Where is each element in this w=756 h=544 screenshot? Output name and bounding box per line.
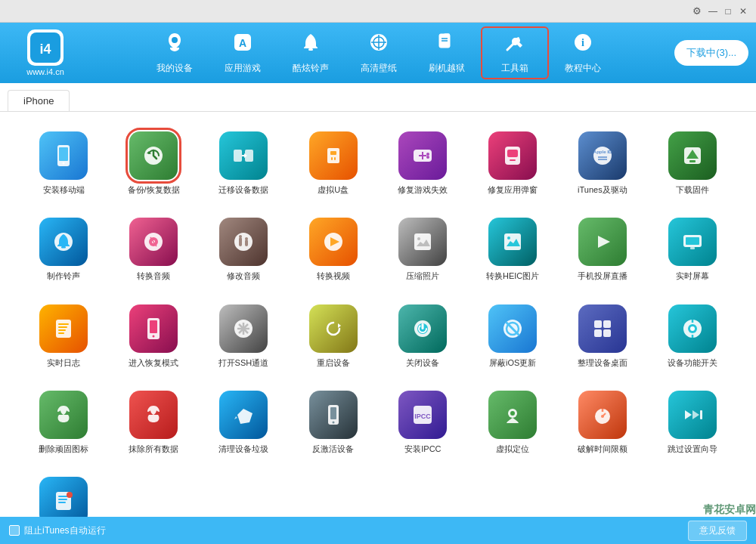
tool-item-modify-audio[interactable]: 修改音频 [203, 213, 285, 286]
watermark: 青花安卓网 [703, 502, 756, 517]
tool-item-compress-photo[interactable]: 压缩照片 [382, 213, 464, 286]
tool-item-convert-heic[interactable]: 转换HEIC图片 [472, 213, 554, 286]
convert-audio-label: 转换音频 [137, 270, 170, 281]
ringtone-label: 酷炫铃声 [293, 62, 329, 75]
svg-marker-105 [692, 410, 699, 419]
tool-item-recovery-mode[interactable]: 进入恢复模式 [113, 300, 195, 372]
logo-url: www.i4.cn [26, 67, 64, 76]
tool-item-erase-all[interactable]: 抹除所有数据 [113, 386, 195, 459]
svg-text:IPCC: IPCC [415, 413, 432, 420]
block-update-icon [488, 304, 537, 353]
svg-rect-106 [700, 410, 702, 419]
tool-item-itunes-driver[interactable]: Apple IDiTunes及驱动 [562, 127, 644, 199]
maximize-button[interactable]: □ [721, 5, 735, 18]
wallpaper-label: 高清壁纸 [361, 62, 397, 75]
device-switch-icon [668, 304, 717, 353]
svg-rect-68 [58, 332, 64, 334]
svg-rect-85 [603, 320, 611, 328]
nav-item-wallpaper[interactable]: 高清壁纸 [345, 26, 413, 79]
svg-rect-19 [59, 147, 68, 161]
svg-rect-58 [504, 233, 521, 250]
tool-item-device-switch[interactable]: 设备功能开关 [651, 300, 733, 372]
nav-item-my-device[interactable]: 我的设备 [141, 26, 209, 79]
svg-rect-65 [58, 323, 69, 325]
device-tab-iphone[interactable]: iPhone [8, 90, 70, 111]
main-content: 安装移动端备份/恢复数据迁移设备数据虚拟U盘修复游戏失效修复应用弹窗Apple … [0, 112, 756, 517]
tool-item-block-update[interactable]: 屏蔽iOS更新 [472, 300, 554, 372]
settings-icon: ⚙ [692, 5, 702, 17]
tool-item-backup-bootarea[interactable]: 备份引导区数据 [23, 472, 105, 517]
svg-rect-110 [58, 502, 66, 503]
tool-item-migrate-data[interactable]: 迁移设备数据 [203, 127, 285, 199]
modify-audio-label: 修改音频 [227, 270, 260, 281]
download-firmware-label: 下载固件 [676, 184, 709, 195]
break-timelimit-icon [578, 391, 627, 439]
nav-item-toolbox[interactable]: 工具箱 [481, 26, 549, 79]
fix-game-icon [398, 131, 447, 180]
titlebar: ⚙ — □ ✕ [0, 0, 756, 23]
itunes-checkbox[interactable] [9, 525, 20, 536]
my-device-label: 我的设备 [156, 62, 193, 75]
tool-item-real-screen[interactable]: 实时屏幕 [651, 213, 733, 286]
svg-rect-94 [330, 407, 336, 419]
convert-video-icon [309, 218, 358, 266]
tool-item-deactivate[interactable]: 反激活设备 [292, 386, 374, 459]
svg-rect-56 [414, 233, 431, 250]
device-tabs: iPhone [0, 83, 756, 112]
tool-item-fix-app[interactable]: 修复应用弹窗 [472, 127, 554, 199]
svg-point-99 [510, 411, 515, 416]
svg-rect-109 [58, 499, 67, 500]
tutorial-icon: i [572, 31, 594, 59]
tool-item-break-timelimit[interactable]: 破解时间限额 [562, 386, 644, 459]
convert-audio-icon [129, 218, 178, 266]
install-mobile-label: 安装移动端 [43, 184, 85, 195]
deactivate-label: 反激活设备 [312, 444, 354, 454]
ringtone-icon [299, 31, 322, 59]
tool-item-organize-desktop[interactable]: 整理设备桌面 [562, 300, 644, 372]
svg-point-111 [67, 492, 73, 498]
nav-item-tutorial[interactable]: i 教程中心 [549, 26, 617, 79]
tool-item-clean-junk[interactable]: 清理设备垃圾 [203, 386, 285, 459]
organize-desktop-icon [578, 304, 627, 353]
svg-rect-23 [234, 150, 242, 162]
tool-item-convert-audio[interactable]: 转换音频 [113, 213, 195, 286]
jailbreak-label: 刷机越狱 [429, 62, 465, 75]
nav-items: 我的设备 A 应用游戏 酷炫铃声 高清壁纸 刷机越狱 工具箱 [91, 26, 667, 79]
tool-item-real-log[interactable]: 实时日志 [23, 300, 105, 372]
virtual-udisk-label: 虚拟U盘 [318, 184, 349, 195]
close-button[interactable]: ✕ [736, 5, 750, 18]
tool-item-download-firmware[interactable]: 下载固件 [651, 127, 733, 199]
logo-area: i4 www.i4.cn [8, 29, 83, 76]
svg-rect-5 [308, 48, 313, 51]
tool-item-backup-restore[interactable]: 备份/恢复数据 [113, 127, 195, 199]
app-game-label: 应用游戏 [225, 62, 261, 75]
minimize-button[interactable]: — [706, 5, 720, 18]
tool-item-ssh-tunnel[interactable]: 打开SSH通道 [203, 300, 285, 372]
svg-text:i4: i4 [39, 42, 51, 57]
real-log-icon [39, 304, 88, 353]
svg-line-15 [507, 42, 515, 50]
backup-restore-label: 备份/恢复数据 [128, 184, 180, 195]
tool-item-shutdown-device[interactable]: 关闭设备 [382, 300, 464, 372]
backup-restore-icon [129, 131, 178, 180]
tool-item-restart-device[interactable]: 重启设备 [292, 300, 374, 372]
tool-item-convert-video[interactable]: 转换视频 [292, 213, 374, 286]
tool-item-remove-stubborn[interactable]: 删除顽固图标 [23, 386, 105, 459]
nav-item-app-game[interactable]: A 应用游戏 [209, 26, 277, 79]
tool-item-make-ringtone[interactable]: 制作铃声 [23, 213, 105, 286]
tool-item-virtual-udisk[interactable]: 虚拟U盘 [292, 127, 374, 199]
svg-rect-27 [330, 151, 336, 155]
download-button[interactable]: 下载中(3)... [674, 40, 748, 66]
tool-item-install-mobile[interactable]: 安装移动端 [23, 127, 105, 199]
feedback-button[interactable]: 意见反馈 [688, 521, 747, 541]
tool-item-skip-setup[interactable]: 跳过设置向导 [651, 386, 733, 459]
nav-item-ringtone[interactable]: 酷炫铃声 [277, 26, 345, 79]
tool-item-virtual-location[interactable]: 虚拟定位 [472, 386, 554, 459]
tool-item-fix-game[interactable]: 修复游戏失效 [382, 127, 464, 199]
tool-item-install-ipcc[interactable]: IPCC安装IPCC [382, 386, 464, 459]
tool-item-screen-cast[interactable]: 手机投屏直播 [562, 213, 644, 286]
app-game-icon: A [231, 31, 254, 59]
svg-rect-50 [239, 237, 242, 246]
nav-item-jailbreak[interactable]: 刷机越狱 [413, 26, 481, 79]
jailbreak-icon [435, 31, 458, 59]
